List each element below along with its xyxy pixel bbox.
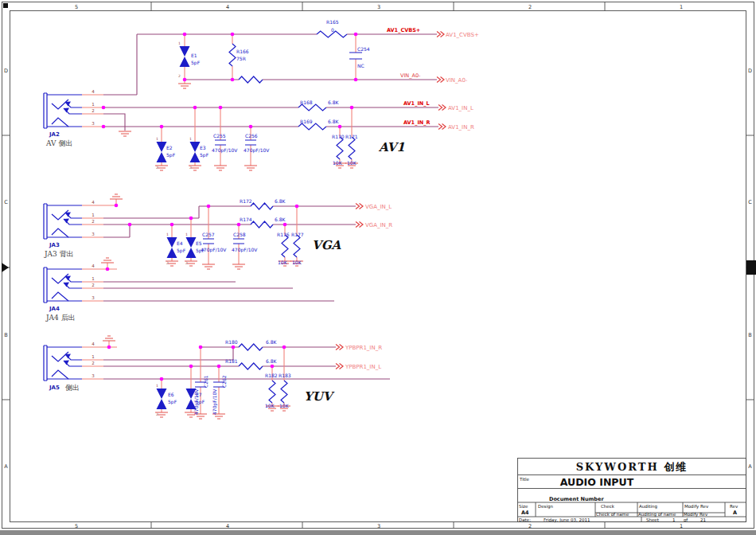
ja5-pin2: 2 (92, 361, 95, 365)
ja4-pin3: 3 (92, 295, 95, 300)
port-vin-a0: VIN_A0- (446, 77, 468, 84)
port-vga-in-r: VGA_IN_R (365, 222, 392, 228)
size-label: Size (519, 504, 528, 509)
r183-ref: R183 (279, 373, 291, 378)
port-arrow (437, 77, 444, 83)
r165-val: 0 (331, 27, 334, 33)
e3-pin2: 2 (189, 166, 192, 170)
frame-col-tick: 1 (680, 523, 683, 529)
c262-val: 470pF/10V (212, 389, 218, 415)
sheet-number: 1 (672, 517, 676, 522)
section-label-yuv: YUV (304, 389, 335, 404)
port-arrow (437, 32, 444, 37)
e3-ref: E3 (200, 145, 206, 150)
ja3-pin3: 3 (92, 232, 95, 236)
port-ypbpr1-in-l: YPBPR1_IN_L (345, 364, 381, 370)
frame-row-tick: C (4, 199, 8, 205)
c254-val: NC (357, 63, 364, 68)
frame-row-tick: A (748, 463, 752, 470)
rev-label: Rev (730, 504, 738, 509)
of-label: of (684, 517, 688, 522)
jack-ja4 (44, 268, 82, 303)
ja5-pin4: 4 (92, 342, 95, 346)
e5-pin2: 2 (185, 261, 188, 265)
r168-ref: R168 (300, 100, 313, 105)
section-av1: R165 0 R166 75R E1 5pF 1 2 C254 NC AV1_C… (44, 19, 479, 170)
section-label-vga: VGA (312, 238, 341, 252)
r166-ref: R166 (236, 49, 249, 54)
junction-dots (107, 346, 286, 381)
junction-dot (106, 268, 110, 271)
resistor-r181 (239, 363, 263, 369)
ground-up (103, 336, 115, 341)
r165-ref: R165 (326, 19, 339, 25)
e2-ref: E2 (166, 145, 173, 150)
r176-ref: R176 (277, 232, 290, 237)
r172-val: 6.8K (275, 198, 286, 204)
net-label-vin-a0: VIN_A0- (400, 72, 421, 79)
r180-val: 6.8K (266, 339, 278, 345)
e3-pin1: 1 (189, 137, 192, 141)
ja5-pin3: 3 (92, 373, 95, 378)
bottom-bar (0, 530, 756, 535)
c257-val: 470pF/10V (201, 247, 227, 253)
c258-ref: C258 (233, 232, 246, 237)
port-vga-in-l: VGA_IN_L (365, 204, 392, 210)
resistor-unlabeled (239, 76, 263, 83)
resistor-r180 (239, 344, 263, 350)
capacitor-c254 (349, 34, 362, 80)
ja2-ref: JA2 (49, 131, 60, 138)
frame-col-tick: 3 (377, 523, 380, 529)
section-label-av1: AV1 (378, 140, 405, 154)
r180-ref: R180 (225, 339, 238, 345)
port-ypbpr1-in-r: YPBPR1_IN_R (345, 345, 382, 351)
ja5-pin1: 1 (92, 354, 95, 359)
ja2-pin2: 2 (92, 108, 95, 113)
frame-col-tick: 5 (75, 523, 78, 529)
frame-row-tick: B (748, 332, 751, 338)
r182-val: 10K (265, 403, 275, 408)
port-av1-in-r: AV1_IN_R (448, 124, 474, 131)
e1-val: 5pF (191, 60, 201, 66)
doc-number-label: Document Number (549, 496, 604, 502)
r183-val: 10K (279, 403, 290, 408)
frame-row-tick: A (4, 463, 8, 470)
date-label: Date: (519, 517, 531, 522)
r182-ref: R182 (265, 373, 278, 378)
junction-dots (102, 33, 358, 129)
resistor-r168 (298, 104, 326, 111)
page-title: AUDIO INPUT (560, 476, 634, 488)
frame-row-tick: D (748, 68, 752, 74)
frame-col-tick: 4 (226, 523, 229, 529)
ja2-pin3: 3 (92, 121, 95, 126)
frame-col-tick: 1 (680, 4, 683, 10)
c256-ref: C256 (245, 133, 258, 139)
sheet-total: 21 (700, 517, 706, 522)
ja2-pin4: 4 (92, 89, 95, 94)
jack-ja5 (44, 346, 82, 381)
c256-val: 470pF/10V (244, 147, 270, 154)
r169-ref: R169 (300, 119, 313, 124)
frame-col-tick: 5 (75, 4, 78, 10)
e6-pin2: 2 (156, 412, 158, 416)
r174-val: 6.8K (275, 217, 286, 222)
ja3-pin4: 4 (92, 200, 95, 205)
frame-col-tick: 2 (528, 4, 532, 10)
e6-val: 5pF (168, 399, 177, 405)
ground (119, 131, 131, 136)
r181-ref: R181 (225, 358, 238, 364)
e3-val: 5pF (200, 152, 209, 158)
r181-val: 6.8K (266, 358, 278, 364)
e4-ref: E4 (177, 240, 183, 246)
ja2-pin1: 1 (92, 102, 95, 107)
port-arrow (356, 222, 363, 228)
rev-value: A (733, 510, 737, 516)
section-vga: R172 6.8K R174 6.8K VGA_IN_L VGA_IN_R R1… (44, 194, 392, 322)
company-name: SKYWORTH 创维 (576, 461, 688, 473)
r176-val: 10K (278, 260, 288, 265)
drawing-frame: 5 4 3 2 1 5 4 3 2 1 D C B A D C B A (0, 2, 756, 535)
ground-up (101, 258, 114, 263)
ja4-ref: JA4 (49, 306, 60, 312)
port-arrow (336, 345, 343, 350)
port-arrow (356, 204, 363, 209)
